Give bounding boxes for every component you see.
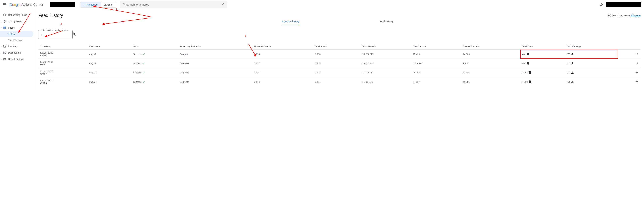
cell-new-records: 25,428 bbox=[411, 50, 461, 59]
arrow-right-icon bbox=[635, 70, 638, 74]
search-icon[interactable] bbox=[72, 33, 76, 37]
chevron-down-icon: ▾ bbox=[1, 27, 2, 29]
clipboard-icon bbox=[3, 14, 6, 17]
sidebar-item-label: Onboarding Tasks bbox=[8, 14, 27, 16]
help-text-prefix: Learn how to use bbox=[612, 14, 630, 17]
row-details-button[interactable] bbox=[618, 77, 641, 86]
cell-total-shards: 3,117 bbox=[313, 68, 360, 77]
chevron-right-icon: ▸ bbox=[1, 21, 2, 22]
cell-total-errors: 1,258 ! bbox=[520, 77, 564, 86]
check-icon bbox=[142, 71, 145, 74]
cell-uploaded-shards: 3,117 bbox=[252, 59, 313, 68]
cell-timestamp: 9/5/23, 23:00GMT-4 bbox=[38, 59, 87, 68]
check-icon bbox=[83, 3, 86, 6]
sidebar-item-inventory[interactable]: ▸ Inventory bbox=[0, 43, 35, 50]
content-area: Feed History Learn how to use this page … bbox=[35, 10, 644, 90]
sidebar-item-onboarding[interactable]: Onboarding Tasks bbox=[0, 12, 35, 18]
help-icon bbox=[3, 58, 6, 61]
cell-total-shards: 3,117 bbox=[313, 59, 360, 68]
sidebar-item-label: Dashboards bbox=[8, 51, 21, 54]
sidebar-sub-quick-testing[interactable]: Quick Testing bbox=[0, 37, 35, 43]
cell-total-warnings: 191 bbox=[564, 77, 618, 86]
sidebar-item-feeds[interactable]: ▾ Feeds bbox=[0, 25, 35, 31]
row-details-button[interactable] bbox=[618, 59, 641, 68]
cell-timestamp: 9/4/23, 23:00GMT-4 bbox=[38, 68, 87, 77]
arrow-right-icon bbox=[635, 61, 638, 65]
cell-feed-name: owg.v2 bbox=[87, 68, 131, 77]
sidebar-item-label: Quick Testing bbox=[8, 39, 22, 41]
search-input[interactable] bbox=[126, 3, 221, 6]
cell-timestamp: 9/6/23, 23:00GMT-4 bbox=[38, 50, 87, 59]
warning-icon bbox=[571, 80, 574, 83]
production-tab[interactable]: Production bbox=[80, 2, 101, 8]
cell-status: Success bbox=[131, 77, 178, 86]
google-logo: Google bbox=[10, 3, 20, 7]
cell-uploaded-shards: 3,114 bbox=[252, 77, 313, 86]
cell-status: Success bbox=[131, 59, 178, 68]
clear-icon[interactable] bbox=[221, 3, 224, 7]
error-icon: ! bbox=[527, 62, 530, 65]
check-icon bbox=[142, 62, 145, 65]
cell-total-errors: 402 ! bbox=[520, 59, 564, 68]
cell-total-shards: 3,118 bbox=[313, 50, 360, 59]
cell-status: Success bbox=[131, 68, 178, 77]
help-link-wrap: Learn how to use this page bbox=[608, 14, 641, 17]
chevron-right-icon: ▸ bbox=[1, 45, 2, 47]
page-title: Feed History bbox=[38, 13, 63, 18]
warning-icon bbox=[571, 71, 574, 74]
cell-feed-name: owg.v2 bbox=[87, 59, 131, 68]
sidebar-sub-history[interactable]: History bbox=[0, 31, 34, 37]
tab-ingestion-history[interactable]: Ingestion history bbox=[282, 18, 299, 25]
sidebar-item-help[interactable]: ▸ Help & Support bbox=[0, 56, 35, 62]
th-total-warnings: Total Warnings bbox=[564, 43, 618, 50]
warning-icon bbox=[571, 53, 574, 55]
sidebar-item-dashboards[interactable]: ▸ Dashboards bbox=[0, 50, 35, 56]
sidebar-item-configuration[interactable]: ▸ Configuration bbox=[0, 18, 35, 25]
lookback-label: Enter lookback window in days bbox=[40, 29, 69, 31]
cell-processing-instruction: Complete bbox=[178, 68, 252, 77]
cell-deleted-records: 9,159 bbox=[461, 59, 520, 68]
th-actions bbox=[618, 43, 641, 50]
grid-icon bbox=[3, 26, 6, 29]
warning-icon bbox=[571, 62, 574, 65]
tab-fetch-history[interactable]: Fetch history bbox=[380, 18, 393, 25]
th-uploaded-shards: Uploaded Shards bbox=[252, 43, 313, 50]
table-row: 9/4/23, 23:00GMT-4owg.v2Success Complete… bbox=[38, 68, 641, 77]
cell-total-records: 14,392,187 bbox=[360, 77, 411, 86]
table-row: 9/5/23, 23:00GMT-4owg.v2Success Complete… bbox=[38, 59, 641, 68]
th-deleted-records: Deleted Records bbox=[461, 43, 520, 50]
info-icon bbox=[608, 14, 611, 17]
row-details-button[interactable] bbox=[618, 68, 641, 77]
person-add-icon[interactable] bbox=[599, 2, 603, 7]
cell-uploaded-shards: 3,118 bbox=[252, 50, 313, 59]
search-icon bbox=[122, 3, 126, 7]
th-new-records: New Records bbox=[411, 43, 461, 50]
sandbox-tab[interactable]: Sandbox bbox=[101, 2, 116, 8]
error-icon: ! bbox=[528, 80, 531, 83]
cell-feed-name: owg.v2 bbox=[87, 50, 131, 59]
sandbox-label: Sandbox bbox=[104, 3, 113, 6]
cell-total-errors: 401 ! bbox=[520, 50, 564, 59]
cell-feed-name: owg.v2 bbox=[87, 77, 131, 86]
lookback-input[interactable] bbox=[40, 33, 72, 36]
th-total-shards: Total Shards bbox=[313, 43, 360, 50]
cell-total-records: 15,724,213 bbox=[360, 50, 411, 59]
cell-total-shards: 3,114 bbox=[313, 77, 360, 86]
product-name: Actions Center bbox=[21, 3, 43, 7]
th-feed-name: Feed name bbox=[87, 43, 131, 50]
table-row: 9/3/23, 23:00GMT-4owg.v2Success Complete… bbox=[38, 77, 641, 86]
cell-deleted-records: 14,986 bbox=[461, 50, 520, 59]
help-link[interactable]: this page bbox=[631, 14, 641, 17]
lookback-field: Enter lookback window in days bbox=[38, 30, 72, 39]
chevron-right-icon: ▸ bbox=[1, 52, 2, 54]
cell-uploaded-shards: 3,117 bbox=[252, 68, 313, 77]
page-header: Feed History Learn how to use this page bbox=[38, 13, 641, 18]
row-details-button[interactable] bbox=[618, 50, 641, 59]
cell-total-errors: 1,257 ! bbox=[520, 68, 564, 77]
cell-total-records: 15,713,847 bbox=[360, 59, 411, 68]
search-box[interactable] bbox=[120, 1, 227, 9]
chevron-right-icon: ▸ bbox=[1, 58, 2, 60]
error-icon: ! bbox=[528, 71, 531, 74]
menu-icon[interactable] bbox=[3, 2, 7, 7]
tabs: Ingestion history Fetch history bbox=[38, 18, 641, 25]
